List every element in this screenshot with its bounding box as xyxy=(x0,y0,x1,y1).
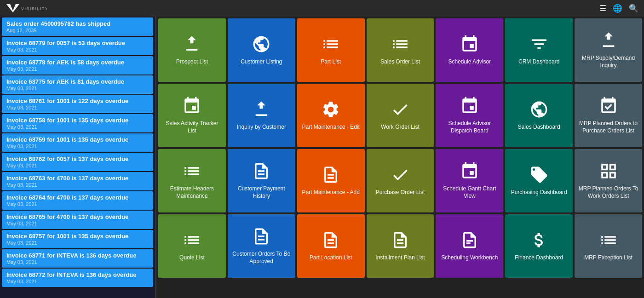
tile-icon xyxy=(599,161,618,181)
tile-label: MRP Planned Orders to Purchase Orders Li… xyxy=(577,120,639,134)
tile-label: MRP Planned Orders To Work Orders List xyxy=(577,185,639,200)
tile-icon xyxy=(252,34,271,54)
portal-tile[interactable]: MRP Supply/Demand Inquiry xyxy=(575,18,642,82)
portal-tile[interactable]: Quote List xyxy=(158,214,226,278)
tile-icon xyxy=(460,161,479,181)
sidebar-item[interactable]: Invoice 68765 for 4700 is 137 days overd… xyxy=(2,211,153,229)
sidebar-item[interactable]: Invoice 68775 for AEK is 81 days overdue… xyxy=(2,75,153,94)
tile-icon xyxy=(182,230,201,250)
sidebar-item[interactable]: Sales order 4500095782 has shippedAug 13… xyxy=(2,17,153,36)
tile-label: Schedule Advisor Dispatch Board xyxy=(438,120,500,134)
tile-icon xyxy=(529,230,549,250)
sidebar-item[interactable]: Invoice 68778 for AEK is 58 days overdue… xyxy=(2,56,153,74)
tile-icon xyxy=(460,96,479,115)
main-area: Sales order 4500095782 has shippedAug 13… xyxy=(0,17,644,298)
portal-tile[interactable]: CRM Dashboard xyxy=(505,18,573,82)
portal-tile[interactable]: Purchase Order List xyxy=(367,149,434,212)
tile-icon xyxy=(529,165,549,184)
tile-icon xyxy=(182,161,201,181)
tile-label: Sales Order List xyxy=(380,58,420,66)
tile-icon xyxy=(252,161,271,181)
tile-label: Schedule Advisor xyxy=(448,58,491,66)
logo-area: VISIBILITY xyxy=(6,3,53,13)
portal-tile[interactable]: Part Maintenance - Add xyxy=(297,149,365,212)
tile-label: Part Location List xyxy=(310,254,352,262)
portal-tile[interactable]: Sales Order List xyxy=(367,18,434,82)
portal-tile[interactable]: MRP Exception List xyxy=(575,214,642,278)
hamburger-icon[interactable]: ☰ xyxy=(599,4,606,13)
sidebar-item[interactable]: Invoice 68758 for 1001 is 135 days overd… xyxy=(2,114,153,132)
tile-label: CRM Dashboard xyxy=(518,58,559,66)
search-icon[interactable]: 🔍 xyxy=(629,4,638,13)
tile-label: Part Maintenance - Edit xyxy=(302,124,359,131)
tile-label: Customer Orders To Be Approved xyxy=(230,251,293,265)
tile-label: Installment Plan List xyxy=(375,254,425,262)
tile-label: Sales Activity Tracker List xyxy=(161,120,223,134)
tile-icon xyxy=(460,230,479,250)
tile-icon xyxy=(391,100,410,119)
tile-icon xyxy=(391,230,410,250)
portal-tile[interactable]: MRP Planned Orders to Purchase Orders Li… xyxy=(575,84,642,147)
portal-tile[interactable]: Customer Orders To Be Approved xyxy=(228,214,295,278)
tiles-grid: Prospect List Customer Listing Part List… xyxy=(158,18,642,278)
tile-label: Inquiry by Customer xyxy=(237,124,286,131)
tile-label: Finance Dashboard xyxy=(515,254,563,262)
tile-label: Customer Payment History xyxy=(230,185,293,200)
sidebar-item[interactable]: Invoice 68772 for INTEVA is 136 days ove… xyxy=(2,269,153,287)
portal-tile[interactable]: Work Order List xyxy=(367,84,434,147)
sidebar-item[interactable]: Invoice 68779 for 0057 is 53 days overdu… xyxy=(2,37,153,55)
portal-tile[interactable]: Customer Payment History xyxy=(228,149,295,212)
portal-tile[interactable]: Sales Activity Tracker List xyxy=(158,84,226,147)
portal-tile[interactable]: Purchasing Dashboard xyxy=(505,149,573,212)
portal-tile[interactable]: Part List xyxy=(297,18,365,82)
tile-icon xyxy=(599,96,618,115)
portal-tile[interactable]: Finance Dashboard xyxy=(505,214,573,278)
tile-label: Quote List xyxy=(179,254,205,262)
sidebar-item[interactable]: Invoice 68761 for 1001 is 122 days overd… xyxy=(2,95,153,113)
tile-icon xyxy=(391,165,410,184)
portal-tile[interactable]: Part Location List xyxy=(297,214,365,278)
portal-tile[interactable]: Schedule Advisor Dispatch Board xyxy=(436,84,503,147)
tile-label: Prospect List xyxy=(176,58,208,66)
sidebar-item[interactable]: Invoice 68764 for 4700 is 137 days overd… xyxy=(2,191,153,210)
tile-icon xyxy=(529,34,549,54)
logo: VISIBILITY xyxy=(6,3,47,13)
tile-label: Scheduling Workbench xyxy=(441,254,498,262)
sidebar-item[interactable]: Invoice 68763 for 4700 is 137 days overd… xyxy=(2,172,153,190)
tile-icon xyxy=(182,96,201,115)
sidebar-item[interactable]: Invoice 68771 for INTEVA is 136 days ove… xyxy=(2,249,153,268)
topnav-right: ☰ 🌐 🔍 xyxy=(586,4,638,13)
globe-icon[interactable]: 🌐 xyxy=(613,4,622,13)
portal-tile[interactable]: MRP Planned Orders To Work Orders List xyxy=(575,149,642,212)
tiles-area: Prospect List Customer Listing Part List… xyxy=(156,17,644,298)
portal-tile[interactable]: Part Maintenance - Edit xyxy=(297,84,365,147)
portal-tile[interactable]: Prospect List xyxy=(158,18,226,82)
tile-icon xyxy=(321,165,340,184)
sidebar-item[interactable]: Invoice 68759 for 1001 is 135 days overd… xyxy=(2,133,153,152)
portal-tile[interactable]: Customer Listing xyxy=(228,18,295,82)
tile-label: Schedule Gantt Chart View xyxy=(438,185,500,200)
portal-tile[interactable]: Schedule Gantt Chart View xyxy=(436,149,503,212)
sidebar-item[interactable]: Invoice 68762 for 0057 is 137 days overd… xyxy=(2,153,153,171)
tile-label: Sales Dashboard xyxy=(518,124,560,131)
tile-icon xyxy=(252,100,271,119)
svg-text:VISIBILITY: VISIBILITY xyxy=(21,6,47,11)
tile-icon xyxy=(599,230,618,250)
portal-tile[interactable]: Installment Plan List xyxy=(367,214,434,278)
tile-label: Part Maintenance - Add xyxy=(302,189,359,196)
tile-label: MRP Exception List xyxy=(584,254,632,262)
portal-tile[interactable]: Sales Dashboard xyxy=(505,84,573,147)
portal-tile[interactable]: Inquiry by Customer xyxy=(228,84,295,147)
portal-tile[interactable]: Estimate Headers Maintenance xyxy=(158,149,226,212)
tile-icon xyxy=(252,227,271,246)
portal-tile[interactable]: Schedule Advisor xyxy=(436,18,503,82)
sidebar-item[interactable]: Invoice 68757 for 1001 is 135 days overd… xyxy=(2,230,153,248)
svg-marker-0 xyxy=(6,4,19,12)
tile-label: Estimate Headers Maintenance xyxy=(161,185,223,200)
tile-label: MRP Supply/Demand Inquiry xyxy=(577,55,639,69)
portal-tile[interactable]: Scheduling Workbench xyxy=(436,214,503,278)
tile-icon xyxy=(460,34,479,54)
sidebar: Sales order 4500095782 has shippedAug 13… xyxy=(0,17,156,298)
tile-icon xyxy=(529,100,549,119)
tile-icon xyxy=(391,34,410,54)
